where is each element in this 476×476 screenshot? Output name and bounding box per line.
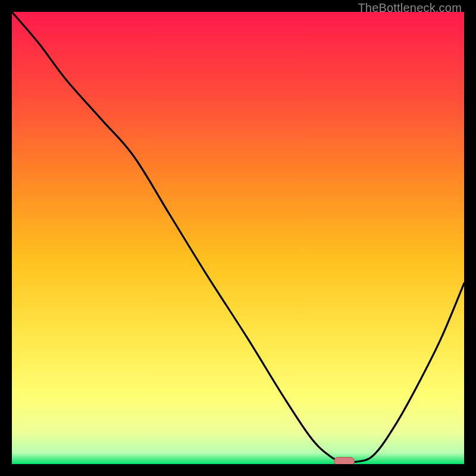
chart-frame — [12, 12, 464, 464]
watermark-text: TheBottleneck.com — [358, 1, 462, 15]
bottleneck-chart — [12, 12, 464, 464]
gradient-background — [12, 12, 464, 464]
optimal-marker — [334, 458, 355, 464]
